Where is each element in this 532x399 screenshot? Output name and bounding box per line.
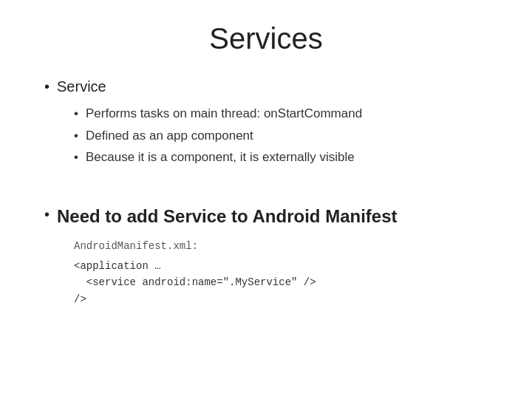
- service-section: • Service • Performs tasks on main threa…: [44, 76, 488, 167]
- sub-bullet-dot-2: •: [74, 126, 78, 146]
- code-section: AndroidManifest.xml: <application … <ser…: [74, 240, 488, 307]
- code-label: AndroidManifest.xml:: [74, 240, 488, 252]
- slide-content: • Service • Performs tasks on main threa…: [44, 76, 488, 307]
- slide-title: Services: [44, 22, 488, 55]
- manifest-section: • Need to add Service to Android Manifes…: [44, 204, 488, 308]
- service-primary-bullet: • Service: [44, 76, 488, 97]
- sub-bullet-dot-1: •: [74, 104, 78, 123]
- code-block: <application … <service android:name=".M…: [74, 258, 488, 307]
- sub-bullet-text-1: Performs tasks on main thread: onStartCo…: [86, 104, 362, 123]
- service-sub-bullets: • Performs tasks on main thread: onStart…: [74, 104, 488, 167]
- spacer: [44, 182, 488, 189]
- manifest-primary-bullet: • Need to add Service to Android Manifes…: [44, 204, 488, 229]
- bullet-dot-manifest: •: [44, 204, 50, 225]
- sub-bullet-text-2: Defined as an app component: [86, 126, 253, 146]
- sub-bullet-2: • Defined as an app component: [74, 126, 488, 146]
- slide: Services • Service • Performs tasks on m…: [0, 0, 532, 399]
- bullet-dot-service: •: [44, 76, 50, 97]
- sub-bullet-1: • Performs tasks on main thread: onStart…: [74, 104, 488, 123]
- sub-bullet-text-3: Because it is a component, it is externa…: [86, 148, 355, 167]
- manifest-label: Need to add Service to Android Manifest: [57, 204, 398, 229]
- sub-bullet-3: • Because it is a component, it is exter…: [74, 148, 488, 167]
- sub-bullet-dot-3: •: [74, 148, 78, 167]
- service-label: Service: [57, 76, 106, 97]
